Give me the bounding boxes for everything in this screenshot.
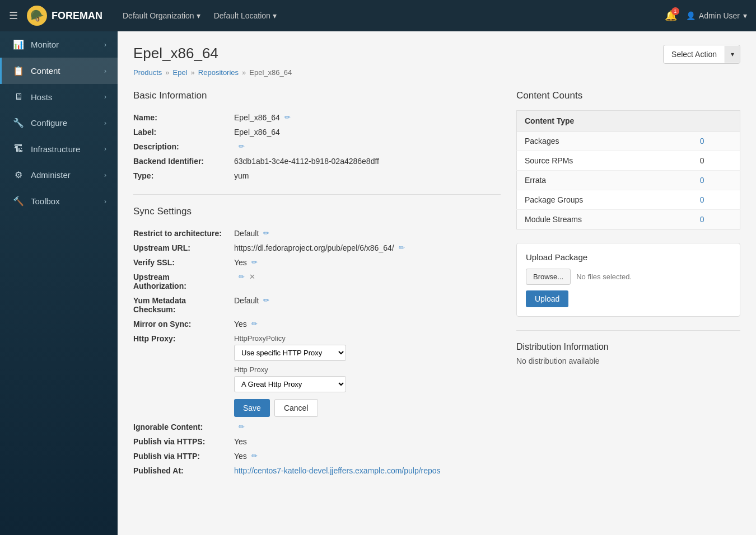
page-header: Epel_x86_64 Select Action ▾ (133, 45, 740, 64)
breadcrumb-repositories[interactable]: Repositories (198, 68, 239, 77)
counts-row-errata: Errata 0 (517, 171, 740, 190)
chevron-right-icon: › (104, 67, 106, 75)
counts-table-header: Content Type (517, 111, 692, 132)
edit-restrict-arch-icon[interactable]: ✏ (263, 229, 269, 237)
app-logo[interactable]: 🪖 FOREMAN (27, 6, 102, 26)
proxy-wrapper: HttpProxyPolicy Global Default No HTTP P… (234, 334, 346, 417)
content-area: Epel_x86_64 Select Action ▾ Products » E… (118, 31, 756, 535)
page-title: Epel_x86_64 (133, 45, 218, 62)
basic-information-section: Basic Information Name: Epel_x86_64 ✏ La… (133, 90, 501, 183)
section-divider (133, 194, 501, 195)
administer-icon: ⚙ (13, 170, 24, 180)
content-counts-section: Content Counts Content Type Packages 0 (516, 90, 740, 229)
notifications-bell[interactable]: 🔔 1 (665, 10, 677, 22)
edit-publish-http-icon[interactable]: ✏ (251, 452, 258, 460)
edit-upstream-url-icon[interactable]: ✏ (399, 243, 405, 252)
sidebar-item-infrastructure[interactable]: 🏗 Infrastructure › (0, 136, 118, 162)
delete-upstream-auth-icon[interactable]: ✕ (249, 273, 255, 281)
type-value: yum (234, 171, 249, 180)
info-row-ignorable-content: Ignorable Content: ✏ (133, 420, 501, 434)
distribution-title: Distribution Information (516, 342, 740, 352)
label-value: Epel_x86_64 (234, 128, 280, 137)
info-row-restrict-arch: Restrict to architecture: Default ✏ (133, 226, 501, 241)
user-icon: 👤 (686, 11, 696, 20)
counts-type-errata: Errata (517, 171, 692, 190)
basic-info-title: Basic Information (133, 90, 501, 101)
hosts-icon: 🖥 (13, 92, 24, 102)
select-action-dropdown[interactable]: Select Action ▾ (663, 45, 740, 64)
edit-yum-checksum-icon[interactable]: ✏ (263, 296, 269, 304)
right-col: Content Counts Content Type Packages 0 (516, 90, 740, 478)
browse-button[interactable]: Browse... (526, 269, 571, 285)
upstream-url-value: https://dl.fedoraproject.org/pub/epel/6/… (234, 243, 394, 252)
backend-id-value: 63db1ab1-3c4e-4112-b918-02a4286e8dff (234, 157, 379, 166)
sidebar-item-label: Configure (31, 118, 67, 128)
navbar: ☰ 🪖 FOREMAN Default Organization ▾ Defau… (0, 0, 756, 31)
mirror-on-sync-value: Yes (234, 320, 247, 328)
breadcrumb-sep: » (191, 68, 195, 77)
sidebar-item-content[interactable]: 📋 Content › (0, 58, 118, 84)
info-row-description: Description: ✏ (133, 139, 501, 154)
org-selector[interactable]: Default Organization ▾ (118, 9, 205, 22)
notification-badge: 1 (671, 7, 679, 15)
edit-name-icon[interactable]: ✏ (284, 113, 291, 121)
breadcrumb-epel[interactable]: Epel (173, 68, 188, 77)
content-counts-table: Content Type Packages 0 Source RPMs (516, 110, 740, 229)
content-counts-title: Content Counts (516, 90, 740, 101)
top-nav: Default Organization ▾ Default Location … (118, 9, 281, 22)
sidebar-item-configure[interactable]: 🔧 Configure › (0, 110, 118, 136)
sidebar-item-administer[interactable]: ⚙ Administer › (0, 162, 118, 188)
chevron-down-icon: ▾ (743, 11, 747, 20)
proxy-policy-label: HttpProxyPolicy (234, 334, 346, 342)
sidebar: 📊 Monitor › 📋 Content › 🖥 Hosts › 🔧 Conf… (0, 31, 118, 535)
hamburger-icon[interactable]: ☰ (9, 10, 18, 22)
user-menu[interactable]: 👤 Admin User ▾ (686, 11, 747, 20)
select-action-caret-icon[interactable]: ▾ (725, 46, 740, 63)
http-proxy-select[interactable]: A Great Http Proxy (234, 376, 346, 392)
info-row-mirror-on-sync: Mirror on Sync: Yes ✏ (133, 317, 501, 331)
proxy-policy-select[interactable]: Global Default No HTTP Proxy Use specifi… (234, 345, 346, 361)
chevron-right-icon: › (104, 119, 106, 127)
chevron-right-icon: › (104, 198, 106, 205)
sync-settings-table: Restrict to architecture: Default ✏ Upst… (133, 226, 501, 478)
edit-verify-ssl-icon[interactable]: ✏ (251, 258, 258, 266)
loc-selector[interactable]: Default Location ▾ (209, 9, 281, 22)
publish-http-value: Yes (234, 452, 247, 461)
chevron-right-icon: › (104, 41, 106, 49)
sidebar-item-label: Toolbox (31, 196, 60, 206)
counts-value-errata: 0 (692, 171, 740, 190)
main-wrapper: 📊 Monitor › 📋 Content › 🖥 Hosts › 🔧 Conf… (0, 31, 756, 535)
chevron-down-icon: ▾ (197, 11, 200, 20)
counts-row-packages: Packages 0 (517, 132, 740, 151)
breadcrumb-sep: » (242, 68, 246, 77)
infrastructure-icon: 🏗 (13, 144, 24, 154)
edit-mirror-on-sync-icon[interactable]: ✏ (251, 320, 258, 328)
info-row-publish-http: Publish via HTTP: Yes ✏ (133, 449, 501, 463)
cancel-button[interactable]: Cancel (274, 399, 318, 417)
logo-icon: 🪖 (27, 6, 47, 26)
chevron-right-icon: › (104, 93, 106, 101)
upload-button[interactable]: Upload (526, 290, 568, 307)
info-row-name: Name: Epel_x86_64 ✏ (133, 110, 501, 125)
counts-type-packages: Packages (517, 132, 692, 151)
edit-upstream-auth-icon[interactable]: ✏ (239, 273, 245, 281)
counts-type-source-rpms: Source RPMs (517, 151, 692, 171)
edit-ignorable-content-icon[interactable]: ✏ (239, 423, 245, 431)
published-at-link[interactable]: http://centos7-katello-devel.jjeffers.ex… (234, 466, 441, 475)
no-file-text: No files selected. (576, 273, 632, 281)
sidebar-item-toolbox[interactable]: 🔨 Toolbox › (0, 188, 118, 214)
proxy-form-actions: Save Cancel (234, 399, 346, 417)
sidebar-item-monitor[interactable]: 📊 Monitor › (0, 31, 118, 58)
save-button[interactable]: Save (234, 399, 270, 417)
upload-package-section: Upload Package Browse... No files select… (516, 243, 740, 317)
verify-ssl-value: Yes (234, 258, 247, 267)
select-action-label[interactable]: Select Action (664, 45, 725, 63)
counts-value-package-groups: 0 (692, 190, 740, 210)
breadcrumb-products[interactable]: Products (133, 68, 162, 77)
left-col: Basic Information Name: Epel_x86_64 ✏ La… (133, 90, 501, 478)
edit-description-icon[interactable]: ✏ (239, 142, 245, 151)
sidebar-item-label: Infrastructure (31, 144, 80, 154)
sidebar-item-hosts[interactable]: 🖥 Hosts › (0, 84, 118, 110)
info-row-published-at: Published At: http://centos7-katello-dev… (133, 463, 501, 478)
sidebar-item-label: Administer (31, 170, 71, 180)
